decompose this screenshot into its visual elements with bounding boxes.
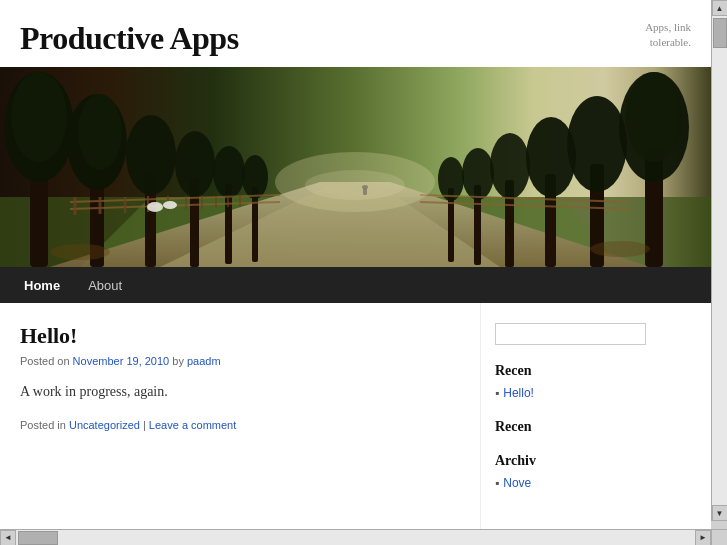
svg-point-27 <box>490 133 530 199</box>
post-comment-link[interactable]: Leave a comment <box>149 419 236 431</box>
scrollbar-bottom: ◄ ► <box>0 529 711 545</box>
site-title: Productive Apps <box>20 20 691 57</box>
sidebar-recent-comments: Recen <box>495 419 646 435</box>
site-wrapper: Productive Apps Apps, link tolerable. <box>0 0 711 529</box>
sidebar-archives: Archiv Nove <box>495 453 646 491</box>
archive-link[interactable]: Nove <box>503 476 531 490</box>
svg-point-51 <box>305 170 405 200</box>
post-date-link[interactable]: November 19, 2010 <box>73 355 170 367</box>
svg-point-23 <box>567 96 627 192</box>
scrollbar-right: ▲ ▼ <box>711 0 727 521</box>
hero-svg <box>0 67 711 267</box>
scrollbar-corner <box>711 529 727 545</box>
svg-point-18 <box>242 155 268 199</box>
scroll-thumb[interactable] <box>713 18 727 48</box>
scroll-down-arrow[interactable]: ▼ <box>712 505 728 521</box>
sidebar-archives-list: Nove <box>495 475 646 491</box>
tagline-line2: tolerable. <box>650 36 691 48</box>
tagline-line1: Apps, link <box>645 21 691 33</box>
svg-point-12 <box>126 115 176 195</box>
svg-point-52 <box>50 244 110 260</box>
svg-point-25 <box>526 117 576 197</box>
nav-bar: Home About <box>0 267 711 303</box>
recent-post-link[interactable]: Hello! <box>503 386 534 400</box>
nav-item-home[interactable]: Home <box>10 270 74 301</box>
svg-point-16 <box>213 146 245 198</box>
scroll-h-thumb[interactable] <box>18 531 58 545</box>
post-meta-prefix: Posted on <box>20 355 73 367</box>
svg-point-21 <box>626 72 682 162</box>
post-title: Hello! <box>20 323 460 349</box>
site-tagline: Apps, link tolerable. <box>645 20 691 51</box>
svg-point-10 <box>78 94 122 170</box>
post-author-link[interactable]: paadm <box>187 355 221 367</box>
svg-point-7 <box>11 72 67 162</box>
list-item: Nove <box>495 475 646 491</box>
scroll-right-arrow[interactable]: ► <box>695 530 711 546</box>
post-footer-prefix: Posted in <box>20 419 66 431</box>
post-content: A work in progress, again. <box>20 381 460 403</box>
sidebar-archives-title: Archiv <box>495 453 646 469</box>
sidebar-recent-posts-title: Recen <box>495 363 646 379</box>
svg-point-31 <box>438 157 464 201</box>
scroll-left-arrow[interactable]: ◄ <box>0 530 16 546</box>
post-meta: Posted on November 19, 2010 by paadm <box>20 355 460 367</box>
svg-point-53 <box>590 241 650 257</box>
sidebar-recent-comments-title: Recen <box>495 419 646 435</box>
browser-window: Productive Apps Apps, link tolerable. <box>0 0 727 545</box>
scroll-up-arrow[interactable]: ▲ <box>712 0 728 16</box>
sidebar: Recen Hello! Recen Archiv <box>480 303 660 529</box>
sidebar-recent-posts: Recen Hello! <box>495 363 646 401</box>
svg-point-46 <box>147 202 163 212</box>
posts-area: Hello! Posted on November 19, 2010 by pa… <box>0 303 480 529</box>
svg-point-14 <box>175 131 215 197</box>
post-separator: | <box>143 419 146 431</box>
nav-item-about[interactable]: About <box>74 270 136 301</box>
main-content: Hello! Posted on November 19, 2010 by pa… <box>0 303 711 529</box>
post-category-link[interactable]: Uncategorized <box>69 419 140 431</box>
sidebar-recent-posts-list: Hello! <box>495 385 646 401</box>
post-footer: Posted in Uncategorized | Leave a commen… <box>20 419 460 431</box>
hero-image <box>0 67 711 267</box>
list-item: Hello! <box>495 385 646 401</box>
sidebar-search <box>495 323 646 345</box>
svg-point-29 <box>462 148 494 200</box>
post-by: by <box>172 355 187 367</box>
svg-point-47 <box>163 201 177 209</box>
site-header: Productive Apps Apps, link tolerable. <box>0 0 711 67</box>
sidebar-search-input[interactable] <box>495 323 646 345</box>
page-content: Productive Apps Apps, link tolerable. <box>0 0 711 529</box>
